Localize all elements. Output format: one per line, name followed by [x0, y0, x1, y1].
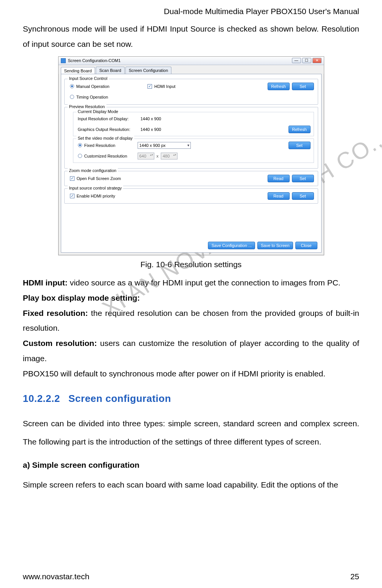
read-button[interactable]: Read — [268, 192, 290, 200]
label-output-resolution: Graphics Output Resolution: — [78, 127, 141, 132]
spinner-width[interactable]: 640 — [138, 153, 154, 159]
body-hdmi: HDMI input: video source as a way for HD… — [23, 275, 359, 290]
label-input-resolution: Input Resolution of Display: — [78, 116, 141, 121]
group-zoom-mode: Zoom mode configuration Open Full Screen… — [64, 171, 318, 186]
group-preview-resolution: Preview Resolution Current Display Mode … — [64, 107, 318, 169]
panel-body: Input Source Control Manual Operation HD… — [61, 74, 322, 253]
value-input-resolution: 1440 x 900 — [141, 116, 161, 121]
tab-screen-configuration[interactable]: Screen Configuration — [125, 67, 171, 74]
set-button[interactable]: Set — [292, 175, 314, 182]
subgroup-set-video-mode: Set the video mode of display Fixed Reso… — [73, 139, 314, 163]
checkbox-enable-hdmi-priority[interactable] — [70, 194, 74, 198]
section-paragraph: Screen can be divided into three types: … — [23, 414, 359, 451]
label-manual-operation: Manual Operation — [76, 84, 109, 89]
refresh-button[interactable]: Refresh — [288, 126, 311, 133]
window-titlebar: Screen Configuration-COM1 — ☐ ✕ — [59, 57, 324, 65]
label-fixed-resolution: Fixed Resolution — [84, 143, 138, 148]
group-title: Zoom mode configuration — [68, 168, 118, 173]
minimize-button[interactable]: — — [292, 58, 301, 63]
radio-fixed-resolution[interactable] — [78, 143, 82, 147]
radio-manual-operation[interactable] — [70, 84, 74, 88]
group-input-source-strategy: Input source control strategy Enable HDM… — [64, 188, 318, 204]
radio-timing-operation[interactable] — [70, 95, 74, 99]
save-to-screen-button[interactable]: Save to Screen — [257, 242, 293, 249]
refresh-button[interactable]: Refresh — [268, 83, 290, 90]
tab-row: Sending Board Scan Board Screen Configur… — [59, 65, 324, 74]
label-customized-resolution: Customized Resolution — [84, 154, 138, 158]
page-footer: www.novastar.tech 25 — [23, 572, 359, 581]
select-value: 1440 x 900 px — [139, 143, 166, 148]
page-header: Dual-mode Multimedia Player PBOX150 User… — [23, 0, 359, 18]
subsection-a-heading: a) Simple screen configuration — [23, 461, 359, 470]
radio-customized-resolution[interactable] — [78, 154, 82, 158]
group-input-source-control: Input Source Control Manual Operation HD… — [64, 79, 318, 105]
times-symbol: x — [157, 154, 159, 158]
spinner-height[interactable]: 480 — [161, 153, 178, 159]
read-button[interactable]: Read — [268, 175, 290, 182]
save-configuration-button[interactable]: Save Configuration ... — [208, 242, 255, 249]
footer-url: www.novastar.tech — [23, 572, 89, 581]
label-play-box: Play box display mode setting: — [23, 293, 140, 302]
section-title: Screen configuration — [68, 393, 171, 404]
body-fixed: Fixed resolution: the required resolutio… — [23, 306, 359, 336]
footer-page-number: 25 — [350, 572, 359, 581]
label-timing-operation: Timing Operation — [76, 95, 108, 99]
maximize-button[interactable]: ☐ — [302, 58, 311, 63]
group-title: Preview Resolution — [68, 104, 106, 109]
section-number: 10.2.2.2 — [23, 393, 60, 404]
tab-sending-board[interactable]: Sending Board — [61, 67, 95, 74]
figure-caption: Fig. 10-6 Resolution settings — [23, 260, 359, 269]
subsection-a-text: Simple screen refers to each scan board … — [23, 477, 359, 492]
group-title: Input Source Control — [68, 76, 109, 81]
group-title: Input source control strategy — [68, 186, 124, 190]
label-open-full-screen-zoom: Open Full Screen Zoom — [77, 176, 121, 181]
label-hdmi-input: HDMI Input — [154, 84, 176, 89]
label-enable-hdmi-priority: Enable HDMI priority — [77, 194, 115, 198]
body-priority: PBOX150 will default to synchronous mode… — [23, 366, 359, 381]
section-heading: 10.2.2.2Screen configuration — [23, 393, 359, 405]
subgroup-current-display-mode: Current Display Mode Input Resolution of… — [73, 112, 314, 136]
select-fixed-resolution[interactable]: 1440 x 900 px — [138, 142, 191, 149]
subgroup-title: Set the video mode of display — [76, 136, 134, 140]
close-window-button[interactable]: ✕ — [312, 58, 322, 63]
set-button[interactable]: Set — [292, 192, 314, 200]
checkbox-hdmi-input[interactable] — [147, 84, 152, 89]
set-button[interactable]: Set — [288, 142, 311, 149]
checkbox-open-full-screen-zoom[interactable] — [70, 176, 74, 181]
set-button[interactable]: Set — [292, 83, 314, 90]
subgroup-title: Current Display Mode — [76, 109, 120, 114]
bottom-button-row: Save Configuration ... Save to Screen Cl… — [208, 242, 317, 249]
label-hdmi-input-bold: HDMI input: — [23, 278, 68, 287]
intro-paragraph: Synchronous mode will be used if HDMI In… — [23, 21, 359, 52]
tab-scan-board[interactable]: Scan Board — [96, 67, 124, 74]
body-custom: Custom resolution: users can customize t… — [23, 336, 359, 366]
app-icon — [61, 58, 66, 63]
value-output-resolution: 1440 x 900 — [141, 127, 161, 132]
window-title: Screen Configuration-COM1 — [68, 58, 121, 63]
label-custom-bold: Custom resolution: — [23, 339, 97, 347]
body-play: Play box display mode setting: — [23, 290, 359, 306]
label-fixed-bold: Fixed resolution: — [23, 309, 88, 317]
text-hdmi-input: video source as a way for HDMI input get… — [68, 278, 341, 287]
close-button[interactable]: Close — [295, 242, 317, 249]
screenshot-window: Screen Configuration-COM1 — ☐ ✕ Sending … — [58, 56, 324, 255]
